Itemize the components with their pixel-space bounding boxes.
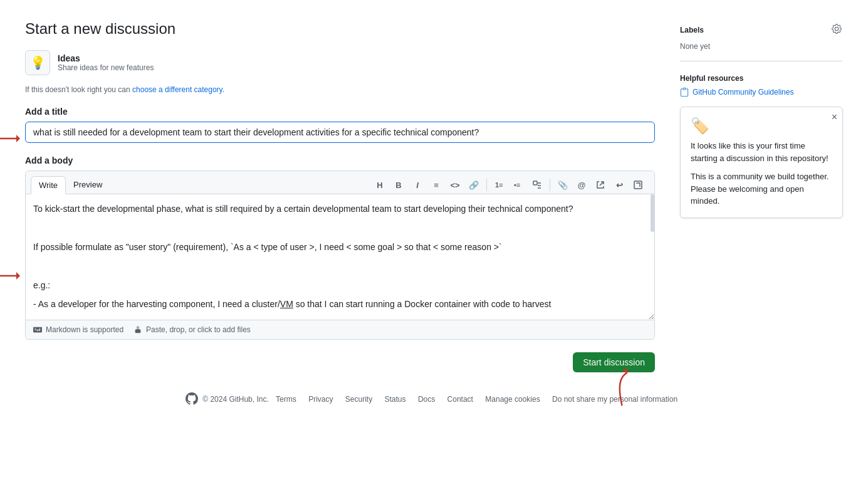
footer-security[interactable]: Security <box>345 395 372 404</box>
svg-rect-6 <box>533 181 537 185</box>
title-row <box>25 122 655 155</box>
body-line-2 <box>33 221 647 234</box>
toolbar-undo[interactable]: ↩ <box>610 176 628 194</box>
title-label: Add a title <box>25 107 655 117</box>
body-line-3: If possible formulate as "user story" (r… <box>33 240 647 254</box>
editor-body[interactable]: To kick-start the developmental phase, w… <box>26 194 654 320</box>
toolbar-link[interactable]: 🔗 <box>465 176 483 194</box>
footer-contact[interactable]: Contact <box>447 395 473 404</box>
title-input[interactable] <box>25 122 655 143</box>
toolbar-separator-1 <box>486 179 487 191</box>
markdown-icon <box>33 325 42 334</box>
body-line-6: - As a developer for the harvesting comp… <box>33 297 647 311</box>
toolbar-bold[interactable]: B <box>390 176 407 194</box>
toolbar-task-list[interactable] <box>528 176 546 194</box>
hint-box: × 🏷️ It looks like this is your first ti… <box>680 107 843 218</box>
editor-scroll-wrapper: To kick-start the developmental phase, w… <box>26 194 654 320</box>
helpful-resources-title: Helpful resources <box>680 74 843 83</box>
body-label: Add a body <box>25 155 655 165</box>
sidebar-labels-section: Labels None yet <box>680 23 843 61</box>
hint-box-text-1: It looks like this is your first time st… <box>691 140 832 164</box>
svg-marker-3 <box>16 272 20 280</box>
footer: © 2024 GitHub, Inc. Terms Privacy Securi… <box>0 372 868 417</box>
toolbar-crossref[interactable] <box>592 176 609 194</box>
category-name: Ideas <box>58 53 154 63</box>
image-icon <box>133 325 142 334</box>
start-discussion-button[interactable]: Start discussion <box>573 352 655 372</box>
category-description: Share ideas for new features <box>58 63 154 72</box>
toolbar-quote[interactable]: ≡ <box>427 176 445 194</box>
toolbar-heading[interactable]: H <box>371 176 389 194</box>
toolbar-unordered-list[interactable]: •≡ <box>510 176 527 194</box>
sidebar: Labels None yet Helpful resources GitHub… <box>680 20 843 372</box>
footer-terms[interactable]: Terms <box>276 395 296 404</box>
footer-status[interactable]: Status <box>385 395 406 404</box>
svg-marker-1 <box>16 135 20 142</box>
footer-docs[interactable]: Docs <box>418 395 435 404</box>
hint-box-text-2: This is a community we build together. P… <box>691 170 832 207</box>
svg-text:1≡: 1≡ <box>495 181 503 189</box>
footer-manage-cookies[interactable]: Manage cookies <box>485 395 540 404</box>
toolbar: H B I ≡ <> 🔗 1≡ •≡ <box>371 176 649 194</box>
category-icon: 💡 <box>25 50 50 75</box>
toolbar-attach[interactable]: 📎 <box>554 176 572 194</box>
svg-text:•≡: •≡ <box>514 181 520 189</box>
body-line-1: To kick-start the developmental phase, w… <box>33 202 647 216</box>
actions-row: Start discussion <box>25 352 655 372</box>
footer-github-icon <box>186 392 198 407</box>
toolbar-ordered-list[interactable]: 1≡ <box>491 176 508 194</box>
tab-preview[interactable]: Preview <box>66 176 110 194</box>
labels-gear-button[interactable] <box>830 23 843 37</box>
category-text: Ideas Share ideas for new features <box>58 53 154 72</box>
files-label[interactable]: Paste, drop, or click to add files <box>133 325 251 334</box>
scrollbar[interactable] <box>651 194 654 232</box>
toolbar-separator-2 <box>550 179 550 191</box>
page-title: Start a new discussion <box>25 20 655 38</box>
editor-container: Write Preview H B I ≡ <> 🔗 1≡ <box>25 170 655 340</box>
category-box: 💡 Ideas Share ideas for new features <box>25 50 655 75</box>
footer-copyright: © 2024 GitHub, Inc. <box>202 395 269 404</box>
document-icon <box>680 88 689 97</box>
community-guidelines-link[interactable]: GitHub Community Guidelines <box>680 88 843 97</box>
toolbar-italic[interactable]: I <box>409 176 426 194</box>
body-line-4 <box>33 259 647 273</box>
category-notice: If this doesn't look right you can choos… <box>25 85 655 94</box>
toolbar-fullscreen[interactable] <box>629 176 647 194</box>
sidebar-helpful-section: Helpful resources GitHub Community Guide… <box>680 74 843 228</box>
footer-privacy[interactable]: Privacy <box>308 395 333 404</box>
hint-box-close-button[interactable]: × <box>832 112 837 122</box>
svg-rect-10 <box>634 181 642 189</box>
body-line-5: e.g.: <box>33 278 647 292</box>
editor-tabs: Write Preview H B I ≡ <> 🔗 1≡ <box>26 171 654 194</box>
labels-title: Labels <box>680 26 704 34</box>
sidebar-labels-header: Labels <box>680 23 843 37</box>
gear-icon <box>832 24 842 34</box>
arrow-body <box>0 268 20 283</box>
labels-value: None yet <box>680 42 843 51</box>
toolbar-code[interactable]: <> <box>446 176 464 194</box>
editor-footer: Markdown is supported Paste, drop, or cl… <box>26 320 654 339</box>
change-category-link[interactable]: choose a different category. <box>132 85 224 94</box>
body-section: Add a body Write Preview H B I ≡ <> <box>25 155 655 340</box>
toolbar-mention[interactable]: @ <box>573 176 590 194</box>
tab-write[interactable]: Write <box>31 176 66 194</box>
arrow-title <box>0 131 20 146</box>
hint-box-icon: 🏷️ <box>691 117 832 135</box>
markdown-label: Markdown is supported <box>33 325 123 334</box>
